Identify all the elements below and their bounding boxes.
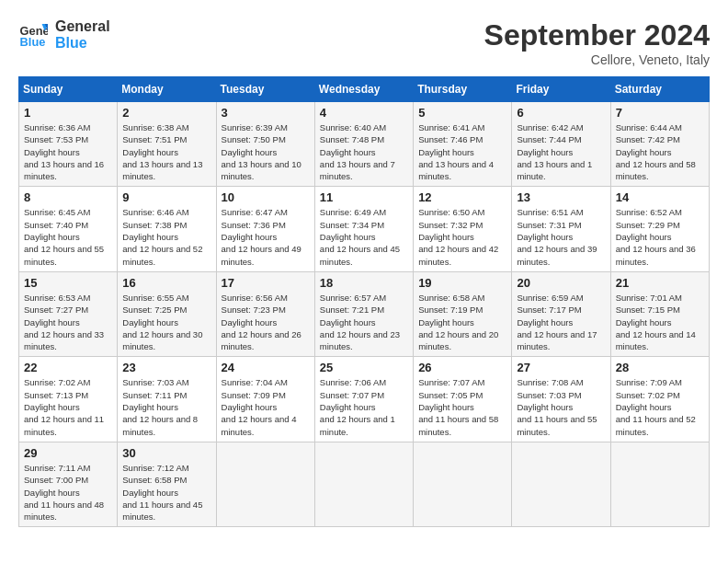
calendar-cell — [512, 442, 610, 526]
day-number: 5 — [418, 106, 506, 120]
logo-icon: General Blue — [18, 20, 48, 50]
day-number: 2 — [122, 106, 210, 120]
calendar-cell: 2 Sunrise: 6:38 AM Sunset: 7:51 PM Dayli… — [118, 102, 216, 187]
location-subtitle: Cellore, Veneto, Italy — [484, 52, 710, 67]
day-info: Sunrise: 6:36 AM Sunset: 7:53 PM Dayligh… — [24, 121, 112, 182]
day-number: 1 — [24, 106, 112, 120]
day-info: Sunrise: 6:45 AM Sunset: 7:40 PM Dayligh… — [24, 206, 112, 267]
day-info: Sunrise: 6:39 AM Sunset: 7:50 PM Dayligh… — [222, 121, 310, 182]
calendar-cell: 17 Sunrise: 6:56 AM Sunset: 7:23 PM Dayl… — [216, 271, 314, 356]
calendar-cell — [414, 442, 512, 526]
day-number: 21 — [616, 276, 704, 290]
title-area: September 2024 Cellore, Veneto, Italy — [484, 18, 710, 67]
calendar-cell: 28 Sunrise: 7:09 AM Sunset: 7:02 PM Dayl… — [610, 357, 709, 442]
calendar-cell: 24 Sunrise: 7:04 AM Sunset: 7:09 PM Dayl… — [216, 357, 314, 442]
calendar-cell: 18 Sunrise: 6:57 AM Sunset: 7:21 PM Dayl… — [314, 271, 413, 356]
calendar-cell: 13 Sunrise: 6:51 AM Sunset: 7:31 PM Dayl… — [512, 187, 610, 271]
calendar-week-3: 15 Sunrise: 6:53 AM Sunset: 7:27 PM Dayl… — [19, 271, 710, 356]
day-number: 17 — [222, 276, 310, 290]
day-info: Sunrise: 6:50 AM Sunset: 7:32 PM Dayligh… — [418, 206, 506, 267]
day-info: Sunrise: 6:51 AM Sunset: 7:31 PM Dayligh… — [517, 206, 605, 267]
day-number: 19 — [418, 276, 506, 290]
calendar-cell: 6 Sunrise: 6:42 AM Sunset: 7:44 PM Dayli… — [512, 102, 610, 187]
calendar-cell: 29 Sunrise: 7:11 AM Sunset: 7:00 PM Dayl… — [19, 442, 118, 526]
day-info: Sunrise: 6:59 AM Sunset: 7:17 PM Dayligh… — [517, 292, 605, 352]
calendar-cell: 14 Sunrise: 6:52 AM Sunset: 7:29 PM Dayl… — [610, 187, 709, 271]
day-number: 14 — [616, 190, 704, 204]
day-info: Sunrise: 7:11 AM Sunset: 7:00 PM Dayligh… — [24, 462, 112, 523]
calendar-cell: 7 Sunrise: 6:44 AM Sunset: 7:42 PM Dayli… — [610, 102, 709, 187]
day-info: Sunrise: 6:58 AM Sunset: 7:19 PM Dayligh… — [418, 292, 506, 352]
page-header: General Blue General Blue September 2024… — [18, 18, 710, 67]
calendar-cell: 21 Sunrise: 7:01 AM Sunset: 7:15 PM Dayl… — [610, 271, 709, 356]
calendar-week-5: 29 Sunrise: 7:11 AM Sunset: 7:00 PM Dayl… — [19, 442, 710, 526]
day-info: Sunrise: 6:40 AM Sunset: 7:48 PM Dayligh… — [320, 121, 408, 182]
day-number: 26 — [418, 361, 506, 374]
day-number: 29 — [24, 446, 112, 460]
day-number: 20 — [517, 276, 605, 290]
day-info: Sunrise: 7:12 AM Sunset: 6:58 PM Dayligh… — [122, 462, 210, 523]
day-info: Sunrise: 6:44 AM Sunset: 7:42 PM Dayligh… — [616, 121, 704, 182]
day-number: 18 — [320, 276, 408, 290]
day-info: Sunrise: 7:07 AM Sunset: 7:05 PM Dayligh… — [418, 376, 506, 437]
day-info: Sunrise: 6:38 AM Sunset: 7:51 PM Dayligh… — [122, 121, 210, 182]
day-number: 12 — [418, 190, 506, 204]
day-number: 13 — [517, 190, 605, 204]
day-number: 23 — [122, 361, 210, 374]
calendar-cell: 19 Sunrise: 6:58 AM Sunset: 7:19 PM Dayl… — [414, 271, 512, 356]
day-info: Sunrise: 6:41 AM Sunset: 7:46 PM Dayligh… — [418, 121, 506, 182]
day-number: 27 — [517, 361, 605, 374]
calendar-week-1: 1 Sunrise: 6:36 AM Sunset: 7:53 PM Dayli… — [19, 102, 710, 187]
day-number: 15 — [24, 276, 112, 290]
day-info: Sunrise: 7:02 AM Sunset: 7:13 PM Dayligh… — [24, 376, 112, 437]
calendar-cell: 25 Sunrise: 7:06 AM Sunset: 7:07 PM Dayl… — [314, 357, 413, 442]
day-number: 6 — [517, 106, 605, 120]
calendar-table: SundayMondayTuesdayWednesdayThursdayFrid… — [18, 76, 710, 527]
weekday-tuesday: Tuesday — [216, 77, 314, 102]
day-info: Sunrise: 6:42 AM Sunset: 7:44 PM Dayligh… — [517, 121, 605, 182]
day-info: Sunrise: 6:46 AM Sunset: 7:38 PM Dayligh… — [122, 206, 210, 267]
calendar-cell: 16 Sunrise: 6:55 AM Sunset: 7:25 PM Dayl… — [118, 271, 216, 356]
day-number: 30 — [122, 446, 210, 460]
day-number: 10 — [222, 190, 310, 204]
day-info: Sunrise: 6:57 AM Sunset: 7:21 PM Dayligh… — [320, 292, 408, 352]
calendar-cell: 15 Sunrise: 6:53 AM Sunset: 7:27 PM Dayl… — [19, 271, 118, 356]
day-number: 7 — [616, 106, 704, 120]
calendar-cell: 11 Sunrise: 6:49 AM Sunset: 7:34 PM Dayl… — [314, 187, 413, 271]
weekday-friday: Friday — [512, 77, 610, 102]
calendar-cell: 20 Sunrise: 6:59 AM Sunset: 7:17 PM Dayl… — [512, 271, 610, 356]
day-info: Sunrise: 6:47 AM Sunset: 7:36 PM Dayligh… — [222, 206, 310, 267]
calendar-body: 1 Sunrise: 6:36 AM Sunset: 7:53 PM Dayli… — [19, 102, 710, 527]
day-number: 25 — [320, 361, 408, 374]
day-number: 22 — [24, 361, 112, 374]
day-number: 24 — [222, 361, 310, 374]
day-info: Sunrise: 7:04 AM Sunset: 7:09 PM Dayligh… — [222, 376, 310, 437]
svg-text:Blue: Blue — [20, 35, 46, 49]
calendar-cell: 1 Sunrise: 6:36 AM Sunset: 7:53 PM Dayli… — [19, 102, 118, 187]
calendar-cell — [610, 442, 709, 526]
weekday-wednesday: Wednesday — [314, 77, 413, 102]
calendar-cell: 22 Sunrise: 7:02 AM Sunset: 7:13 PM Dayl… — [19, 357, 118, 442]
calendar-cell: 3 Sunrise: 6:39 AM Sunset: 7:50 PM Dayli… — [216, 102, 314, 187]
calendar-cell — [216, 442, 314, 526]
day-info: Sunrise: 6:49 AM Sunset: 7:34 PM Dayligh… — [320, 206, 408, 267]
calendar-cell: 23 Sunrise: 7:03 AM Sunset: 7:11 PM Dayl… — [118, 357, 216, 442]
day-info: Sunrise: 6:53 AM Sunset: 7:27 PM Dayligh… — [24, 292, 112, 352]
day-info: Sunrise: 7:01 AM Sunset: 7:15 PM Dayligh… — [616, 292, 704, 352]
weekday-saturday: Saturday — [610, 77, 709, 102]
day-number: 8 — [24, 190, 112, 204]
calendar-cell: 27 Sunrise: 7:08 AM Sunset: 7:03 PM Dayl… — [512, 357, 610, 442]
calendar-cell — [314, 442, 413, 526]
calendar-cell: 30 Sunrise: 7:12 AM Sunset: 6:58 PM Dayl… — [118, 442, 216, 526]
day-number: 16 — [122, 276, 210, 290]
weekday-sunday: Sunday — [19, 77, 118, 102]
calendar-cell: 9 Sunrise: 6:46 AM Sunset: 7:38 PM Dayli… — [118, 187, 216, 271]
calendar-cell: 4 Sunrise: 6:40 AM Sunset: 7:48 PM Dayli… — [314, 102, 413, 187]
weekday-thursday: Thursday — [414, 77, 512, 102]
day-info: Sunrise: 7:09 AM Sunset: 7:02 PM Dayligh… — [616, 376, 704, 437]
calendar-cell: 10 Sunrise: 6:47 AM Sunset: 7:36 PM Dayl… — [216, 187, 314, 271]
day-info: Sunrise: 6:55 AM Sunset: 7:25 PM Dayligh… — [122, 292, 210, 352]
calendar-cell: 12 Sunrise: 6:50 AM Sunset: 7:32 PM Dayl… — [414, 187, 512, 271]
weekday-monday: Monday — [118, 77, 216, 102]
day-number: 28 — [616, 361, 704, 374]
